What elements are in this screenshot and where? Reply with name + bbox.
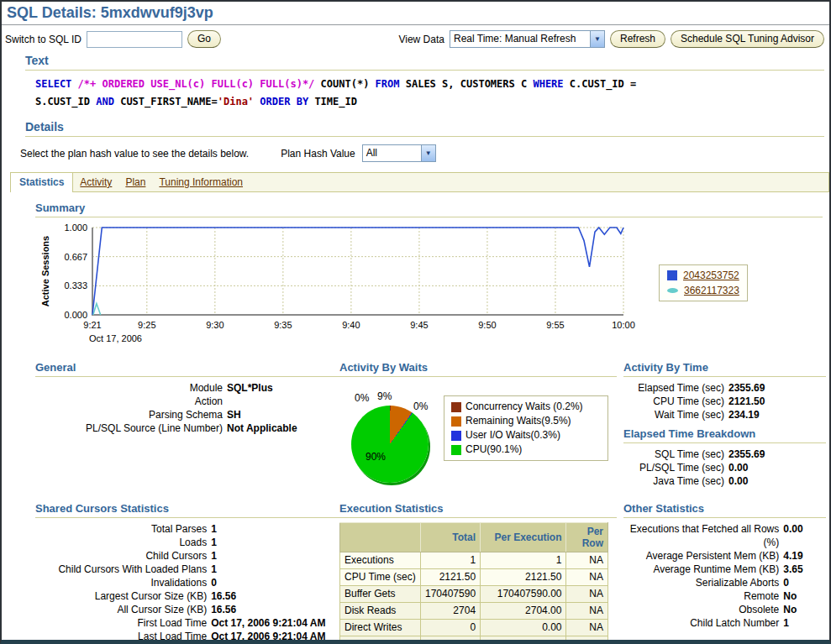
stat-label: Java Time (sec)	[623, 474, 728, 488]
stat-label: Loads	[35, 536, 211, 549]
stat-row: Loads1	[35, 536, 339, 549]
sql-segment: FROM	[376, 78, 406, 90]
plan-hash-value-select[interactable]: All ▼	[362, 144, 436, 162]
pie-swatch-icon	[451, 416, 461, 427]
stat-value: 16.56	[211, 589, 339, 603]
plan-hash-legend-link[interactable]: 2043253752	[683, 270, 739, 281]
stat-label: SQL Time (sec)	[623, 448, 728, 461]
svg-text:9:35: 9:35	[274, 320, 292, 330]
stat-value: 0	[783, 576, 826, 589]
general-rows: ModuleSQL*PlusActionParsing SchemaSHPL/S…	[35, 381, 339, 435]
pie-swatch-icon	[451, 402, 461, 412]
legend-entry: Remaining Waits(9.5%)	[451, 414, 601, 428]
plan-hash-instruction: Select the plan hash value to see the de…	[20, 148, 249, 160]
stat-label: Child Cursors	[35, 549, 211, 563]
stat-row: ModuleSQL*Plus	[35, 381, 339, 395]
exec-cell: 1	[420, 552, 480, 569]
stat-row: Child Cursors1	[35, 549, 339, 563]
stat-value: SQL*Plus	[227, 381, 338, 395]
sql-segment: 'Dina'	[218, 96, 254, 107]
plan-hash-legend-link[interactable]: 3662117323	[684, 285, 739, 296]
elapsed-breakdown-heading: Elapsed Time Breakdown	[623, 427, 826, 443]
pie-slice-label: 9%	[377, 390, 392, 402]
activity-by-time-rows: Elapsed Time (sec)2355.69CPU Time (sec)2…	[623, 381, 826, 421]
stat-row: Child Latch Number1	[623, 616, 826, 630]
tab-strip: ActivityPlanTuning Information	[72, 172, 829, 192]
go-button[interactable]: Go	[187, 30, 221, 48]
stat-row: Average Persistent Mem (KB)4.19	[623, 549, 826, 563]
middle-columns: General ModuleSQL*PlusActionParsing Sche…	[25, 360, 829, 488]
stat-value: 0.00	[728, 461, 821, 474]
execution-statistics-table: TotalPer ExecutionPer RowExecutions11NAC…	[339, 522, 608, 644]
summary-chart-row: 1.0000.6670.3330.0009:219:259:309:359:40…	[37, 221, 829, 348]
legend-entry: User I/O Waits(0.3%)	[451, 428, 601, 442]
sql-segment: SELECT	[35, 78, 78, 90]
tab-statistics[interactable]: Statistics	[10, 172, 73, 192]
stat-row: PL/SQL Time (sec)0.00	[623, 461, 826, 474]
activity-by-time-section: Activity By Time Elapsed Time (sec)2355.…	[617, 360, 826, 488]
exec-cell: NA	[566, 569, 608, 586]
switch-sql-id-input[interactable]	[87, 31, 182, 48]
stat-value: 16.56	[211, 603, 339, 616]
bottom-columns: Shared Cursors Statistics Total Parses1L…	[25, 501, 829, 644]
activity-by-waits-heading: Activity By Waits	[339, 360, 617, 377]
plan-hash-legend: 20432537523662117323	[659, 264, 748, 301]
activity-by-waits-pie-chart	[351, 406, 429, 483]
sql-segment: WHERE	[533, 78, 569, 90]
svg-text:9:40: 9:40	[342, 320, 360, 330]
stat-value: 2355.69	[728, 448, 821, 461]
stat-row: SQL Time (sec)2355.69	[623, 448, 826, 461]
svg-text:10:00: 10:00	[612, 320, 635, 330]
legend-entry: Concurrency Waits (0.2%)	[451, 400, 601, 414]
exec-cell: NA	[566, 636, 608, 644]
svg-text:9:21: 9:21	[83, 320, 101, 330]
plan-hash-value-label: Plan Hash Value	[281, 148, 355, 160]
stat-value: Oct 17, 2006 9:21:04 AM	[211, 616, 339, 630]
stat-row: Java Time (sec)0.00	[623, 474, 826, 488]
stat-label: Remote	[623, 589, 783, 603]
summary-heading: Summary	[35, 201, 823, 217]
stat-value: 1	[783, 616, 826, 630]
table-row: Direct Writes00.00NA	[340, 620, 608, 636]
exec-cell: 0	[420, 636, 480, 644]
stat-value: 0.00	[728, 474, 821, 488]
sql-segment: COUNT(*)	[321, 78, 376, 90]
switch-sql-id-label: Switch to SQL ID	[5, 34, 82, 45]
stat-value: 2121.50	[728, 395, 821, 408]
stat-row: RemoteNo	[623, 589, 826, 603]
schedule-sql-tuning-advisor-button[interactable]: Schedule SQL Tuning Advisor	[671, 30, 824, 48]
sql-segment: CUST_FIRST_NAME=	[120, 96, 218, 107]
stat-row: Largest Cursor Size (KB)16.56	[35, 589, 339, 603]
view-data-select[interactable]: Real Time: Manual Refresh ▼	[450, 30, 605, 48]
stat-label: Serializable Aborts	[623, 576, 783, 589]
activity-by-time-heading: Activity By Time	[623, 360, 826, 377]
stat-label: Child Cursors With Loaded Plans	[35, 563, 211, 576]
stat-value: 1	[211, 563, 339, 576]
stat-row: Invalidations0	[35, 576, 339, 589]
details-tab-bar: StatisticsActivityPlanTuning Information	[10, 172, 829, 192]
exec-cell: Disk Reads	[340, 603, 421, 620]
tab-activity[interactable]: Activity	[80, 176, 112, 188]
stat-value: 1	[211, 522, 339, 536]
exec-cell: 1	[481, 552, 566, 569]
refresh-button[interactable]: Refresh	[610, 30, 665, 48]
stat-row: ObsoleteNo	[623, 603, 826, 616]
tab-tuning-information[interactable]: Tuning Information	[159, 176, 243, 188]
pie-slice-label: 0%	[355, 392, 369, 404]
exec-cell: NA	[566, 586, 608, 603]
toolbar: Switch to SQL ID Go View Data Real Time:…	[2, 25, 829, 51]
exec-column-header	[340, 523, 421, 552]
svg-text:9:45: 9:45	[410, 320, 428, 330]
stat-label: Executions that Fetched all Rows (%)	[623, 522, 783, 549]
svg-text:Oct 17, 2006: Oct 17, 2006	[89, 333, 142, 343]
exec-cell: 0.00	[481, 620, 566, 636]
tab-plan[interactable]: Plan	[125, 176, 145, 188]
other-statistics-heading: Other Statistics	[623, 501, 826, 518]
stat-label: Action	[35, 395, 227, 408]
execution-statistics-section: Execution Statistics TotalPer ExecutionP…	[339, 501, 617, 644]
switch-sql-group: Switch to SQL ID Go	[5, 30, 221, 48]
table-row: Disk Reads27042704.00NA	[340, 603, 608, 620]
waits-pie-wrap: 0%9%0%90% Concurrency Waits (0.2%)Remain…	[339, 395, 617, 486]
view-data-selected: Real Time: Manual Refresh	[450, 31, 590, 47]
sql-segment: TIME_ID	[314, 96, 357, 107]
